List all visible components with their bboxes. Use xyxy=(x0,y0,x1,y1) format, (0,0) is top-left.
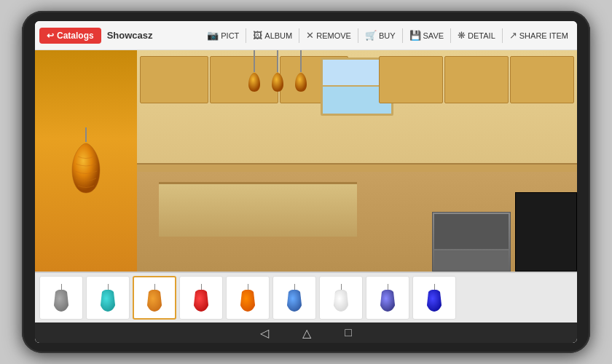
thumbnail-orange[interactable] xyxy=(226,276,270,320)
detail-button[interactable]: ❋ DETAIL xyxy=(453,28,500,43)
preview-lamp xyxy=(68,127,104,194)
kitchen-lower xyxy=(137,172,577,272)
room-background xyxy=(137,50,577,272)
thumb-shade-navy xyxy=(380,290,396,312)
thumb-shade-red xyxy=(193,290,209,312)
lamp-cord xyxy=(85,127,87,142)
left-cabinets xyxy=(140,56,348,103)
divider-2 xyxy=(299,28,299,43)
thumbnail-navy[interactable] xyxy=(366,276,409,320)
room-lamp-1-shade xyxy=(247,72,262,92)
pict-button[interactable]: 📷 PICT xyxy=(203,28,243,43)
toolbar: ↩ Catalogs Showcasz 📷 PICT 🖼 ALBUM ✕ REM… xyxy=(35,21,577,50)
cart-icon: 🛒 xyxy=(365,30,377,41)
kitchen-upper-area xyxy=(137,50,577,172)
thumbnail-amber[interactable] xyxy=(133,276,176,320)
catalogs-button[interactable]: ↩ Catalogs xyxy=(39,28,101,44)
thumbnail-strip xyxy=(35,272,577,323)
kitchen-scene xyxy=(137,50,577,272)
divider-1 xyxy=(246,28,246,43)
divider-3 xyxy=(358,28,358,43)
thumbnail-teal[interactable] xyxy=(86,276,130,320)
thumbnail-sapphire[interactable] xyxy=(412,276,456,320)
save-label: SAVE xyxy=(423,31,444,40)
cabinet-1 xyxy=(140,56,208,103)
bottom-navigation: ◁ △ □ xyxy=(35,323,577,343)
stove-door xyxy=(434,250,509,271)
thumb-cord-8 xyxy=(388,284,388,290)
divider-6 xyxy=(502,28,503,43)
refrigerator xyxy=(515,192,577,272)
back-button[interactable]: ◁ xyxy=(254,325,275,341)
thumb-shade-amber xyxy=(146,290,162,312)
stove-top xyxy=(434,214,509,249)
tablet-screen: ↩ Catalogs Showcasz 📷 PICT 🖼 ALBUM ✕ REM… xyxy=(35,21,577,343)
room-lamp-1-cord xyxy=(254,50,255,72)
room-lamp-3-cord xyxy=(300,50,302,72)
thumbnail-red[interactable] xyxy=(179,276,223,320)
album-button[interactable]: 🖼 ALBUM xyxy=(248,28,297,43)
room-hanging-lamps xyxy=(247,50,308,92)
divider-4 xyxy=(402,28,403,43)
island-counter xyxy=(159,182,357,237)
detail-icon: ❋ xyxy=(458,30,466,41)
thumb-shade-orange xyxy=(240,290,256,312)
room-lamp-2-cord xyxy=(277,50,278,72)
room-lamp-2 xyxy=(270,50,285,92)
thumb-shade-blue xyxy=(286,290,302,312)
right-cabinets xyxy=(379,56,574,103)
thumb-shade-gray xyxy=(53,290,69,312)
main-content xyxy=(35,50,577,272)
thumbnail-gray[interactable] xyxy=(39,276,83,320)
product-preview-panel xyxy=(35,50,137,272)
detail-label: DETAIL xyxy=(468,31,495,40)
remove-button[interactable]: ✕ REMOVE xyxy=(302,28,356,43)
thumbnail-white[interactable] xyxy=(319,276,363,320)
album-icon: 🖼 xyxy=(253,30,262,41)
app-name: Showcasz xyxy=(107,30,153,41)
cabinet-5 xyxy=(444,56,509,103)
catalogs-icon: ↩ xyxy=(47,31,54,41)
thumb-cord-1 xyxy=(61,284,62,290)
buy-button[interactable]: 🛒 BUY xyxy=(361,28,400,43)
buy-label: BUY xyxy=(379,31,396,40)
thumb-shade-teal xyxy=(100,290,116,312)
room-lamp-3 xyxy=(294,50,308,92)
lamp-shade-svg xyxy=(68,142,104,194)
camera-icon: 📷 xyxy=(207,30,219,41)
stove xyxy=(432,212,511,272)
room-lamp-2-shade xyxy=(270,72,285,92)
save-icon: 💾 xyxy=(409,30,421,41)
thumb-shade-sapphire xyxy=(426,290,442,312)
cabinet-6 xyxy=(510,56,574,103)
room-lamp-1 xyxy=(247,50,262,92)
thumb-cord-5 xyxy=(248,284,248,290)
thumb-cord-4 xyxy=(201,284,202,290)
remove-icon: ✕ xyxy=(306,30,314,41)
share-icon: ↗ xyxy=(509,30,517,41)
share-label: SHARE ITEM xyxy=(519,31,568,40)
divider-5 xyxy=(450,28,451,43)
remove-label: REMOVE xyxy=(316,31,351,40)
room-lamp-3-shade xyxy=(294,72,308,92)
thumb-shade-white xyxy=(333,290,349,312)
tablet-device: ↩ Catalogs Showcasz 📷 PICT 🖼 ALBUM ✕ REM… xyxy=(22,11,590,353)
thumb-cord-6 xyxy=(294,284,295,290)
pict-label: PICT xyxy=(221,31,239,40)
counter-top xyxy=(137,163,577,172)
thumb-cord-3 xyxy=(154,284,155,290)
menu-button[interactable]: □ xyxy=(339,325,358,341)
thumb-cord-7 xyxy=(341,284,342,290)
share-button[interactable]: ↗ SHARE ITEM xyxy=(505,28,573,43)
thumb-cord-2 xyxy=(108,284,109,290)
album-label: ALBUM xyxy=(264,31,292,40)
save-button[interactable]: 💾 SAVE xyxy=(405,28,449,43)
cabinet-4 xyxy=(379,56,443,103)
home-button[interactable]: △ xyxy=(297,325,317,341)
thumbnail-blue[interactable] xyxy=(272,276,316,320)
thumb-cord-9 xyxy=(434,284,435,290)
catalogs-label: Catalogs xyxy=(57,31,94,41)
